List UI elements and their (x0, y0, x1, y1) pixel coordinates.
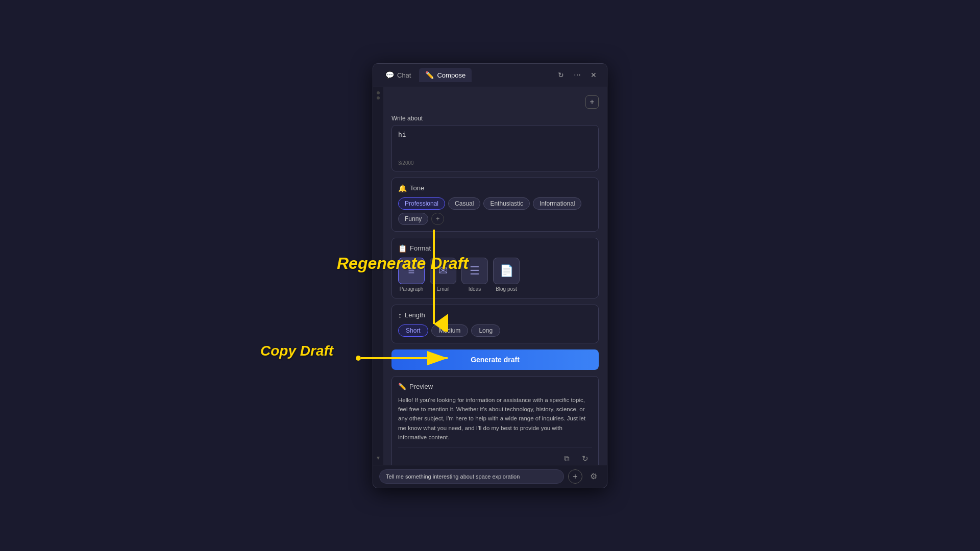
length-short[interactable]: Short (398, 324, 428, 337)
copy-draft-button[interactable]: ⧉ (559, 452, 574, 464)
preview-icon: ✏️ (398, 383, 406, 390)
paragraph-label: Paragraph (400, 286, 424, 292)
add-suggestion-button[interactable]: + (568, 469, 582, 484)
format-paragraph[interactable]: ≡ Paragraph (398, 258, 425, 292)
chat-tab-icon: 💬 (385, 71, 394, 79)
length-medium[interactable]: Medium (431, 324, 469, 337)
tone-section: 🔔 Tone Professional Casual Enthusiastic … (391, 178, 599, 232)
app-window: 💬 Chat ✏️ Compose ↻ ⋯ ✕ ▼ + Write about (373, 63, 607, 488)
preview-section: ✏️ Preview Hello! If you're looking for … (391, 376, 599, 465)
bottom-bar: Tell me something interesting about spac… (373, 465, 607, 488)
email-icon: ✉ (438, 264, 448, 278)
format-blogpost[interactable]: 📄 Blog post (493, 258, 520, 292)
titlebar: 💬 Chat ✏️ Compose ↻ ⋯ ✕ (373, 64, 607, 87)
ideas-icon: ☰ (470, 264, 480, 278)
length-icon: ↕ (398, 311, 402, 319)
format-email[interactable]: ✉ Email (430, 258, 456, 292)
format-ideas[interactable]: ☰ Ideas (461, 258, 488, 292)
more-button[interactable]: ⋯ (570, 68, 584, 82)
email-icon-box: ✉ (430, 258, 456, 284)
email-label: Email (436, 286, 449, 292)
length-label: Length (405, 311, 425, 319)
sidebar-strip: ▼ (373, 87, 383, 465)
write-about-section: Write about hi 3/2000 (391, 115, 599, 171)
settings-button[interactable]: ⚙ (586, 469, 601, 484)
copy-draft-annotation: Copy Draft (260, 343, 333, 359)
regenerate-draft-button[interactable]: ↻ (578, 452, 592, 464)
blogpost-icon-box: 📄 (493, 258, 520, 284)
compose-tab-label: Compose (437, 71, 465, 79)
write-about-input[interactable]: hi (398, 131, 592, 156)
tone-funny[interactable]: Funny (398, 213, 428, 225)
tab-compose[interactable]: ✏️ Compose (419, 68, 472, 82)
format-section: 📋 Format ≡ Paragraph ✉ Email (391, 238, 599, 298)
paragraph-icon: ≡ (408, 264, 415, 278)
tone-label: Tone (410, 184, 424, 192)
format-icon: 📋 (398, 244, 407, 253)
close-button[interactable]: ✕ (586, 68, 601, 82)
main-area: ▼ + Write about hi 3/2000 🔔 Tone (373, 87, 607, 465)
length-section: ↕ Length Short Medium Long (391, 305, 599, 343)
preview-footer: ⧉ ↻ (398, 447, 592, 464)
blogpost-label: Blog post (496, 286, 517, 292)
blogpost-icon: 📄 (500, 264, 513, 278)
tone-casual[interactable]: Casual (448, 197, 480, 210)
ideas-icon-box: ☰ (461, 258, 488, 284)
write-about-label: Write about (391, 115, 599, 122)
chat-tab-label: Chat (397, 71, 411, 79)
preview-text: Hello! If you're looking for information… (398, 395, 592, 442)
paragraph-icon-box: ≡ (398, 258, 425, 284)
sidebar-collapse-icon[interactable]: ▼ (376, 455, 381, 461)
ideas-label: Ideas (469, 286, 481, 292)
tone-professional[interactable]: Professional (398, 197, 445, 210)
tone-informational[interactable]: Informational (533, 197, 581, 210)
length-header: ↕ Length (398, 311, 592, 319)
header-row: + (391, 95, 599, 109)
svg-point-3 (356, 356, 361, 361)
format-header: 📋 Format (398, 244, 592, 253)
suggestion-chip[interactable]: Tell me something interesting about spac… (379, 469, 564, 484)
preview-label: Preview (409, 383, 433, 390)
tone-add-chip[interactable]: + (431, 213, 444, 225)
add-button[interactable]: + (585, 95, 599, 109)
preview-header: ✏️ Preview (398, 383, 592, 390)
format-label: Format (410, 244, 431, 252)
generate-draft-button[interactable]: Generate draft (391, 349, 599, 370)
sidebar-dot (377, 91, 380, 94)
tone-enthusiastic[interactable]: Enthusiastic (483, 197, 530, 210)
sidebar-dot-2 (377, 96, 380, 99)
compose-content: + Write about hi 3/2000 🔔 Tone Professio… (383, 87, 607, 465)
tab-chat[interactable]: 💬 Chat (379, 68, 417, 82)
tone-icon: 🔔 (398, 184, 407, 192)
tone-chips: Professional Casual Enthusiastic Informa… (398, 197, 592, 225)
format-grid: ≡ Paragraph ✉ Email ☰ Ideas (398, 258, 592, 292)
length-long[interactable]: Long (471, 324, 500, 337)
char-count: 3/2000 (398, 160, 592, 166)
refresh-button[interactable]: ↻ (554, 68, 568, 82)
length-chips: Short Medium Long (398, 324, 592, 337)
write-about-box: hi 3/2000 (391, 125, 599, 171)
tone-header: 🔔 Tone (398, 184, 592, 192)
compose-tab-icon: ✏️ (425, 71, 434, 79)
